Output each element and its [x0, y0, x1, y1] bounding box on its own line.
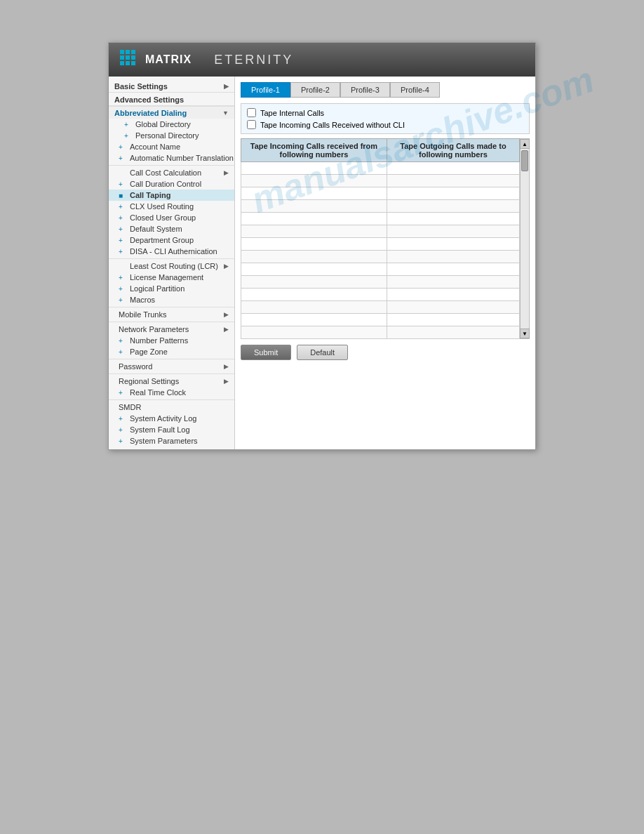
outgoing-number-cell[interactable] — [387, 187, 519, 200]
sidebar-item-password[interactable]: Password ▶ — [109, 361, 234, 372]
sidebar-item-call-taping[interactable]: ■ Call Taping — [109, 190, 234, 201]
incoming-number-input[interactable] — [244, 253, 384, 261]
sidebar-item-smdr[interactable]: SMDR — [109, 402, 234, 413]
outgoing-number-input[interactable] — [390, 202, 516, 211]
table-row[interactable] — [241, 225, 520, 238]
table-row[interactable] — [241, 175, 520, 187]
sidebar-item-page-zone[interactable]: + Page Zone — [109, 346, 234, 357]
table-row[interactable] — [241, 162, 520, 175]
sidebar-item-department-group[interactable]: + Department Group — [109, 234, 234, 246]
outgoing-number-cell[interactable] — [387, 162, 519, 175]
sidebar-item-lcr[interactable]: Least Cost Routing (LCR) ▶ — [109, 260, 234, 272]
scroll-down-button[interactable]: ▼ — [520, 329, 530, 338]
table-row[interactable] — [241, 326, 520, 339]
incoming-number-cell[interactable] — [241, 213, 387, 225]
outgoing-number-input[interactable] — [390, 177, 516, 185]
tab-profile-1[interactable]: Profile-1 — [241, 82, 290, 98]
sidebar-item-license[interactable]: + License Management — [109, 272, 234, 283]
sidebar-item-closed-user[interactable]: + Closed User Group — [109, 212, 234, 223]
incoming-number-input[interactable] — [244, 215, 384, 223]
advanced-settings-header[interactable]: Advanced Settings — [109, 93, 234, 106]
incoming-number-cell[interactable] — [241, 326, 387, 339]
incoming-number-cell[interactable] — [241, 251, 387, 263]
incoming-number-cell[interactable] — [241, 301, 387, 314]
outgoing-number-cell[interactable] — [387, 314, 519, 326]
sidebar-item-regional-settings[interactable]: Regional Settings ▶ — [109, 376, 234, 387]
outgoing-number-input[interactable] — [390, 303, 516, 312]
incoming-number-input[interactable] — [244, 177, 384, 185]
incoming-number-cell[interactable] — [241, 162, 387, 175]
incoming-number-cell[interactable] — [241, 263, 387, 276]
scroll-thumb[interactable] — [521, 150, 528, 171]
incoming-number-cell[interactable] — [241, 175, 387, 187]
scrollbar[interactable]: ▲ ▼ — [520, 138, 530, 339]
outgoing-number-cell[interactable] — [387, 225, 519, 238]
outgoing-number-cell[interactable] — [387, 276, 519, 289]
incoming-number-input[interactable] — [244, 291, 384, 299]
sidebar-item-default-system[interactable]: + Default System — [109, 223, 234, 234]
outgoing-number-cell[interactable] — [387, 213, 519, 225]
incoming-number-input[interactable] — [244, 190, 384, 198]
incoming-number-cell[interactable] — [241, 276, 387, 289]
outgoing-number-cell[interactable] — [387, 200, 519, 213]
sidebar-item-personal-directory[interactable]: + Personal Directory — [109, 130, 234, 141]
table-row[interactable] — [241, 276, 520, 289]
table-row[interactable] — [241, 187, 520, 200]
tape-no-cli-checkbox[interactable] — [247, 120, 256, 129]
sidebar-item-disa-cli[interactable]: + DISA - CLI Authernication — [109, 246, 234, 257]
incoming-number-cell[interactable] — [241, 289, 387, 301]
sidebar-item-system-fault-log[interactable]: + System Fault Log — [109, 424, 234, 435]
tab-profile-2[interactable]: Profile-2 — [290, 82, 340, 98]
incoming-number-cell[interactable] — [241, 200, 387, 213]
sidebar-item-real-time-clock[interactable]: + Real Time Clock — [109, 387, 234, 398]
tab-profile-3[interactable]: Profile-3 — [340, 82, 390, 98]
outgoing-number-cell[interactable] — [387, 175, 519, 187]
table-row[interactable] — [241, 263, 520, 276]
sidebar-item-mobile-trunks[interactable]: Mobile Trunks ▶ — [109, 309, 234, 320]
incoming-number-input[interactable] — [244, 303, 384, 312]
outgoing-number-cell[interactable] — [387, 251, 519, 263]
sidebar-item-macros[interactable]: + Macros — [109, 294, 234, 305]
incoming-number-input[interactable] — [244, 329, 384, 337]
incoming-number-input[interactable] — [244, 265, 384, 274]
sidebar-item-logical-partition[interactable]: + Logical Partition — [109, 283, 234, 294]
table-row[interactable] — [241, 200, 520, 213]
basic-settings-header[interactable]: Basic Settings ▶ — [109, 79, 234, 93]
outgoing-number-cell[interactable] — [387, 263, 519, 276]
sidebar-item-network-params[interactable]: Network Parameters ▶ — [109, 324, 234, 335]
sidebar-item-number-patterns[interactable]: + Number Patterns — [109, 335, 234, 346]
incoming-number-input[interactable] — [244, 164, 384, 173]
incoming-number-cell[interactable] — [241, 238, 387, 251]
incoming-number-input[interactable] — [244, 278, 384, 286]
sidebar-item-call-cost[interactable]: Call Cost Calculation ▶ — [109, 167, 234, 178]
incoming-number-input[interactable] — [244, 202, 384, 211]
default-button[interactable]: Default — [297, 345, 348, 360]
outgoing-number-input[interactable] — [390, 329, 516, 337]
outgoing-number-input[interactable] — [390, 278, 516, 286]
sidebar-item-clx-routing[interactable]: + CLX Used Routing — [109, 201, 234, 212]
table-row[interactable] — [241, 238, 520, 251]
sidebar-item-global-directory[interactable]: + Global Directory — [109, 119, 234, 130]
table-row[interactable] — [241, 213, 520, 225]
sidebar-item-auto-number-translation[interactable]: + Automatic Number Translation — [109, 152, 234, 164]
abbreviated-dialing-header[interactable]: Abbreviated Dialing ▼ — [109, 106, 234, 119]
outgoing-number-input[interactable] — [390, 164, 516, 173]
outgoing-number-cell[interactable] — [387, 238, 519, 251]
outgoing-number-input[interactable] — [390, 291, 516, 299]
outgoing-number-cell[interactable] — [387, 289, 519, 301]
sidebar-item-account-name[interactable]: + Account Name — [109, 141, 234, 152]
outgoing-number-cell[interactable] — [387, 301, 519, 314]
table-row[interactable] — [241, 251, 520, 263]
sidebar-item-system-activity-log[interactable]: + System Activity Log — [109, 413, 234, 424]
outgoing-number-input[interactable] — [390, 316, 516, 324]
outgoing-number-input[interactable] — [390, 227, 516, 236]
incoming-number-cell[interactable] — [241, 187, 387, 200]
tab-profile-4[interactable]: Profile-4 — [390, 82, 440, 98]
incoming-number-cell[interactable] — [241, 225, 387, 238]
incoming-number-cell[interactable] — [241, 314, 387, 326]
outgoing-number-input[interactable] — [390, 240, 516, 249]
outgoing-number-input[interactable] — [390, 253, 516, 261]
sidebar-item-system-parameters[interactable]: + System Parameters — [109, 435, 234, 446]
sidebar-item-call-duration[interactable]: + Call Duration Control — [109, 178, 234, 190]
outgoing-number-input[interactable] — [390, 190, 516, 198]
